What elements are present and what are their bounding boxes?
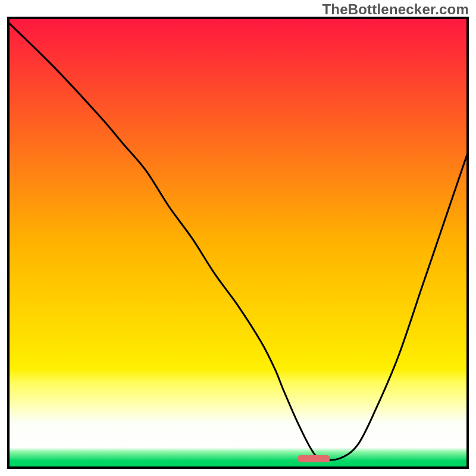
- watermark-text: TheBottlenecker.com: [322, 1, 469, 18]
- bottleneck-chart: [0, 0, 476, 476]
- plot-background: [8, 18, 468, 468]
- optimal-marker: [298, 455, 330, 462]
- chart-canvas: TheBottlenecker.com: [0, 0, 476, 476]
